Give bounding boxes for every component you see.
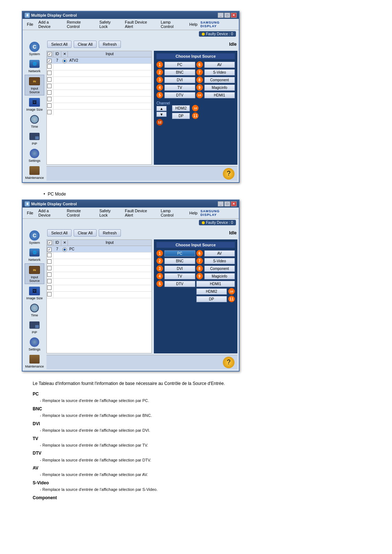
table-row[interactable]: 7 ATV2	[47, 57, 151, 64]
menu-fault-device[interactable]: Fault Device Alert	[123, 20, 158, 29]
sidebar2-maintenance[interactable]: Maintenance	[25, 353, 44, 369]
sidebar-item-time[interactable]: Time	[25, 113, 44, 130]
sidebar2-image[interactable]: 🖼 Image Size	[25, 285, 44, 301]
sidebar2-network[interactable]: 🌐 Network	[25, 246, 44, 263]
table-row-2[interactable]	[47, 285, 151, 292]
table-row-2[interactable]	[47, 279, 151, 285]
row-cb[interactable]	[47, 97, 52, 101]
sidebar2-time[interactable]: Time	[25, 302, 44, 318]
sidebar-item-settings[interactable]: Settings	[25, 147, 44, 164]
input-btn-tv[interactable]: 4 TV	[156, 84, 195, 91]
menu-help[interactable]: Help	[187, 22, 200, 27]
menu2-lamp-control[interactable]: Lamp Control	[159, 208, 187, 218]
input-bnc-2[interactable]: BNC	[164, 258, 195, 264]
close-button[interactable]: ✕	[231, 13, 237, 18]
header-cb-2[interactable]	[48, 241, 52, 245]
refresh-button-2[interactable]: Refresh	[99, 229, 121, 237]
row-checkbox[interactable]	[47, 59, 52, 63]
input-hdmi2[interactable]: HDMI2	[172, 105, 190, 111]
titlebar2-controls[interactable]: _ □ ✕	[218, 201, 237, 206]
menu2-remote-control[interactable]: Remote Control	[65, 208, 97, 218]
clear-all-button[interactable]: Clear All	[74, 41, 97, 48]
menu-lamp-control[interactable]: Lamp Control	[159, 20, 187, 29]
minimize-button[interactable]: _	[218, 13, 224, 18]
table-scroll-area-2[interactable]: 7 PC	[47, 246, 151, 298]
input-btn-dp[interactable]: DP 11	[172, 112, 199, 119]
sidebar-item-network[interactable]: 🌐 Network	[25, 58, 44, 74]
row-cb[interactable]	[47, 272, 52, 277]
input-btn-svideo[interactable]: 7 S-Video	[196, 69, 235, 75]
input-btn-hdmi1[interactable]: 10 HDMI1	[196, 92, 235, 98]
input-btn-dtv-2[interactable]: 5 DTV	[156, 280, 195, 287]
table-row-2[interactable]	[47, 292, 151, 298]
row-cb[interactable]	[47, 279, 52, 283]
input-btn-pc-2[interactable]: 1 PC	[156, 250, 195, 257]
table-row[interactable]	[47, 83, 151, 90]
help-icon[interactable]: ?	[223, 168, 234, 180]
table-row-2[interactable]	[47, 266, 151, 272]
input-btn-component[interactable]: 8 Component	[196, 77, 235, 83]
input-btn-pc[interactable]: 1 PC	[156, 61, 195, 68]
input-hdmi1[interactable]: HDMI1	[204, 92, 235, 98]
table-row-2[interactable]	[47, 272, 151, 279]
menu-file[interactable]: File	[25, 22, 36, 27]
menu2-fault-device[interactable]: Fault Device Alert	[123, 208, 158, 218]
sidebar-item-image-size[interactable]: 🖼 Image Size	[25, 96, 44, 112]
input-btn-dvi-2[interactable]: 3 DVI	[156, 265, 195, 272]
input-btn-dp-2[interactable]: DP 11	[196, 296, 235, 302]
input-hdmi2-2[interactable]: HDMI2	[196, 288, 227, 295]
table-row-2[interactable]	[47, 253, 151, 259]
input-tv[interactable]: TV	[164, 85, 195, 91]
help-icon-2[interactable]: ?	[223, 357, 234, 368]
row-cb[interactable]	[47, 286, 52, 290]
menu2-file[interactable]: File	[25, 210, 36, 216]
clear-all-button-2[interactable]: Clear All	[74, 229, 97, 237]
input-pc[interactable]: PC	[164, 62, 195, 68]
menu2-help[interactable]: Help	[187, 210, 200, 216]
maximize-button[interactable]: □	[224, 13, 230, 18]
table-row-2[interactable]	[47, 259, 151, 266]
input-bnc[interactable]: BNC	[164, 69, 195, 75]
input-btn-hdmi2[interactable]: HDMI2 10	[172, 105, 199, 111]
row-cb[interactable]	[47, 259, 52, 264]
input-dtv[interactable]: DTV	[164, 92, 195, 98]
table-row[interactable]	[47, 103, 151, 110]
table-row[interactable]	[47, 64, 151, 70]
sidebar2-system[interactable]: C System	[25, 229, 44, 246]
titlebar-controls[interactable]: _ □ ✕	[218, 13, 237, 18]
input-btn-component-2[interactable]: 8 Component	[196, 265, 235, 272]
row-cb[interactable]	[47, 64, 52, 69]
maximize-button-2[interactable]: □	[224, 201, 230, 206]
input-dvi[interactable]: DVI	[164, 77, 195, 83]
row-cb[interactable]	[47, 110, 52, 114]
menu2-add-device[interactable]: Add a Device	[36, 208, 64, 218]
table-row[interactable]	[47, 90, 151, 97]
channel-down-button[interactable]: ▼	[156, 112, 167, 117]
menu-safety-lock[interactable]: Safety Lock	[97, 20, 122, 29]
row-cb[interactable]	[47, 90, 52, 95]
row-cb[interactable]	[47, 77, 52, 82]
row-cb[interactable]	[47, 71, 52, 75]
sidebar-item-pip[interactable]: PIP	[25, 130, 44, 147]
input-btn-av[interactable]: 6 AV	[196, 61, 235, 68]
menu-remote-control[interactable]: Remote Control	[65, 20, 97, 29]
refresh-button[interactable]: Refresh	[99, 41, 121, 48]
row-cb[interactable]	[47, 253, 52, 257]
sidebar2-pip[interactable]: PIP	[25, 319, 44, 335]
input-btn-tv-2[interactable]: 4 TV	[156, 273, 195, 279]
input-btn-bnc[interactable]: 2 BNC	[156, 69, 195, 75]
table-scroll-area[interactable]: 7 ATV2	[47, 57, 151, 115]
input-btn-svideo-2[interactable]: 7 S-Video	[196, 258, 235, 264]
channel-up-button[interactable]: ▲	[156, 106, 167, 111]
table-row[interactable]	[47, 70, 151, 77]
row-cb[interactable]	[47, 292, 52, 296]
input-magicinfo[interactable]: Magicinfo	[204, 85, 235, 91]
input-tv-2[interactable]: TV	[164, 273, 195, 279]
input-btn-av-2[interactable]: 6 AV	[196, 250, 235, 257]
input-svideo[interactable]: S-Video	[204, 69, 235, 75]
table-row[interactable]	[47, 97, 151, 103]
sidebar-item-input-source[interactable]: IN Input Source	[25, 75, 44, 95]
input-av[interactable]: AV	[204, 62, 235, 68]
sidebar2-input-source[interactable]: IN Input Source	[25, 263, 44, 284]
input-btn-dvi[interactable]: 3 DVI	[156, 77, 195, 83]
